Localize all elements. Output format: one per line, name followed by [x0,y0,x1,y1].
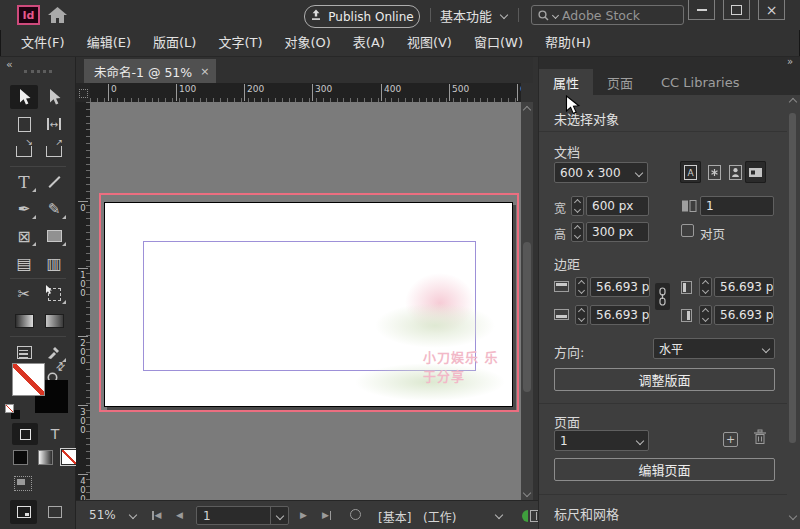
workspace-switcher[interactable]: 基本功能 [440,7,507,23]
adjust-layout-button[interactable]: 调整版面 [554,368,775,391]
orientation-landscape-button[interactable] [745,161,766,183]
line-tool[interactable] [40,170,68,194]
page-size-preset-dropdown[interactable]: 600 x 300 [554,162,648,183]
menu-item-view[interactable]: 视图(V) [396,30,463,56]
free-transform-tool[interactable] [40,282,68,306]
page-dropdown-icon[interactable] [270,507,288,524]
menu-item-file[interactable]: 文件(F) [10,30,76,56]
menu-item-edit[interactable]: 编辑(E) [76,30,142,56]
search-input[interactable]: Adobe Stock [531,5,684,25]
link-margins-button[interactable] [655,283,670,310]
margin-left-field[interactable]: 56.693 px [714,277,774,297]
direct-selection-tool[interactable] [40,85,68,109]
view-options-icon[interactable] [14,476,32,491]
current-page-dropdown[interactable]: 1 [554,430,649,451]
menu-item-window[interactable]: 窗口(W) [463,30,534,56]
apply-color-button[interactable] [13,450,28,465]
page-tool[interactable] [10,112,38,136]
width-field[interactable]: 600 px [586,196,649,216]
eyedropper-tool[interactable] [40,340,68,364]
menu-item-object[interactable]: 对象(O) [273,30,341,56]
gradient-swatch-tool[interactable] [10,309,38,333]
pen-tool[interactable]: ✒ [10,197,38,221]
last-page-button[interactable]: ▶ [322,510,331,520]
menu-item-table[interactable]: 表(A) [342,30,396,56]
delete-page-icon[interactable] [753,429,767,449]
document-tab[interactable]: 未命名-1 @ 51% × [84,59,216,83]
menu-item-help[interactable]: 帮助(H) [534,30,602,56]
height-field[interactable]: 300 px [586,222,649,242]
gap-tool[interactable]: ↔ [40,112,68,136]
zoom-dropdown-icon[interactable] [129,511,137,519]
close-tab-icon[interactable]: × [200,65,209,78]
scroll-up-icon[interactable] [523,106,531,114]
formatting-affects-container-button[interactable] [12,423,38,445]
minimize-button[interactable] [688,0,715,20]
default-fill-stroke-icon[interactable] [5,404,21,420]
edit-pages-button[interactable]: 编辑页面 [554,458,775,481]
tab-properties[interactable]: 属性 [539,69,593,95]
panel-drag-handle[interactable] [24,70,52,73]
frame-tool[interactable]: ⊠ [10,224,38,248]
tab-cc-libraries[interactable]: CC Libraries [647,69,753,95]
apply-none-button[interactable] [61,449,77,465]
maximize-button[interactable] [723,0,750,20]
preset-print-button[interactable]: A [680,161,701,183]
preset-mobile-button[interactable] [725,161,746,183]
formatting-affects-text-button[interactable]: T [44,423,66,445]
horizontal-ruler[interactable]: 0 100 200 300 400 500 600 [90,83,521,102]
scroll-down-icon[interactable] [523,489,531,497]
facing-pages-checkbox[interactable] [681,224,694,237]
horizontal-grid-tool[interactable]: ▤ [10,251,38,275]
content-collector-tool[interactable]: ↘ [10,139,38,163]
indesign-app-icon[interactable]: Id [17,5,40,25]
note-tool[interactable] [10,340,38,364]
screen-mode-normal-button[interactable] [10,500,37,524]
ruler-origin-box[interactable] [76,83,90,102]
width-stepper[interactable] [571,196,584,216]
previous-page-button[interactable]: ◀ [176,510,183,520]
scrollbar-thumb[interactable] [789,113,796,443]
vertical-grid-tool[interactable]: ▥ [40,251,68,275]
home-icon[interactable] [48,7,67,27]
add-page-button[interactable]: + [723,432,738,447]
scroll-up-icon[interactable] [789,98,797,106]
margin-bottom-field[interactable]: 56.693 px [590,305,650,325]
margin-top-stepper[interactable] [575,277,588,297]
margin-right-field[interactable]: 56.693 px [714,305,774,325]
height-stepper[interactable] [571,222,584,242]
rectangle-tool[interactable] [40,224,68,248]
preflight-profile-value[interactable]: [基本] [378,508,411,525]
zoom-level-value[interactable]: 51% [89,508,116,522]
direction-dropdown[interactable]: 水平 [653,338,775,359]
preflight-dropdown-icon[interactable] [495,511,503,519]
margin-top-field[interactable]: 56.693 px [590,277,650,297]
margin-left-stepper[interactable] [699,277,712,297]
collapse-panel-icon[interactable]: « [6,58,13,71]
scissors-tool[interactable]: ✂ [10,282,38,306]
gradient-feather-tool[interactable] [40,309,68,333]
pencil-tool[interactable]: ✎ [40,197,68,221]
type-tool[interactable]: T [10,170,38,194]
publish-online-button[interactable]: Publish Online [304,5,420,28]
preflight-icon[interactable] [350,509,361,520]
fill-swatch-none[interactable] [12,363,45,396]
expand-panels-icon[interactable]: » [787,56,793,67]
scrollbar-thumb[interactable] [523,242,531,392]
margin-bottom-stepper[interactable] [575,305,588,325]
next-page-button[interactable]: ▶ [300,510,307,520]
vertical-ruler[interactable]: 0 100 200 300 400 [76,102,90,500]
vertical-scrollbar[interactable] [521,102,533,500]
content-placer-tool[interactable]: ↗ [40,139,68,163]
selection-tool[interactable] [10,85,38,109]
menu-item-layout[interactable]: 版面(L) [142,30,207,56]
apply-gradient-button[interactable] [38,450,53,465]
document-page[interactable]: 小刀娱乐 乐于分享 [104,202,513,407]
first-page-button[interactable]: ◀ [152,510,161,520]
preset-web-button[interactable] [704,161,725,183]
tab-pages[interactable]: 页面 [593,69,647,95]
panel-scrollbar[interactable] [788,97,797,525]
page-number-field[interactable]: 1 [196,506,289,525]
pasteboard[interactable]: 小刀娱乐 乐于分享 [90,102,521,500]
scroll-down-icon[interactable] [789,512,797,520]
